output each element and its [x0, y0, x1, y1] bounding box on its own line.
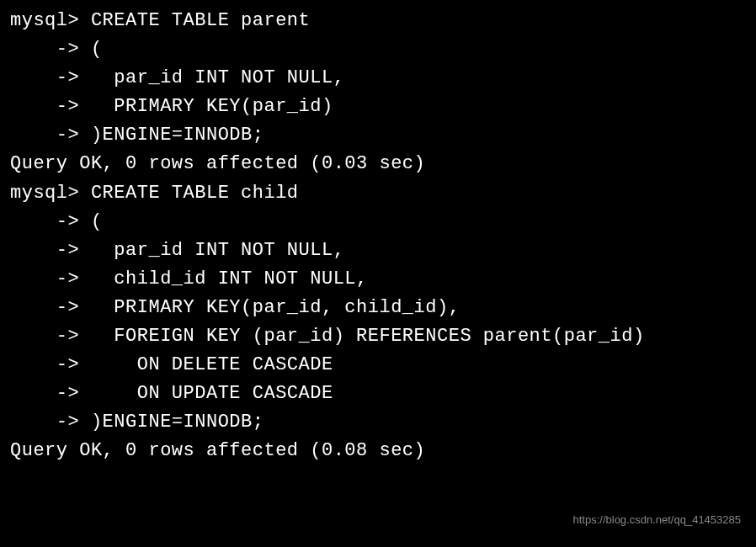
- terminal-line: -> PRIMARY KEY(par_id, child_id),: [10, 294, 746, 322]
- terminal-line: -> par_id INT NOT NULL,: [10, 64, 746, 93]
- terminal-line: -> )ENGINE=INNODB;: [10, 121, 746, 150]
- terminal-line: mysql> CREATE TABLE parent: [10, 7, 746, 35]
- terminal-line: -> ON DELETE CASCADE: [10, 351, 746, 380]
- terminal-line: -> par_id INT NOT NULL,: [10, 236, 746, 265]
- terminal-line: -> (: [10, 35, 746, 64]
- terminal-line: -> ON UPDATE CASCADE: [10, 380, 746, 408]
- terminal-line: -> )ENGINE=INNODB;: [10, 408, 746, 437]
- terminal-line: -> FOREIGN KEY (par_id) REFERENCES paren…: [10, 322, 746, 351]
- terminal-line: Query OK, 0 rows affected (0.08 sec): [10, 437, 746, 465]
- terminal-line: -> (: [10, 208, 746, 236]
- terminal-line: -> child_id INT NOT NULL,: [10, 265, 746, 294]
- terminal-line: mysql> CREATE TABLE child: [10, 179, 746, 208]
- terminal-line: Query OK, 0 rows affected (0.03 sec): [10, 150, 746, 178]
- terminal-line: -> PRIMARY KEY(par_id): [10, 93, 746, 121]
- watermark-text: https://blog.csdn.net/qq_41453285: [573, 512, 742, 528]
- terminal-output: mysql> CREATE TABLE parent -> ( -> par_i…: [10, 7, 746, 466]
